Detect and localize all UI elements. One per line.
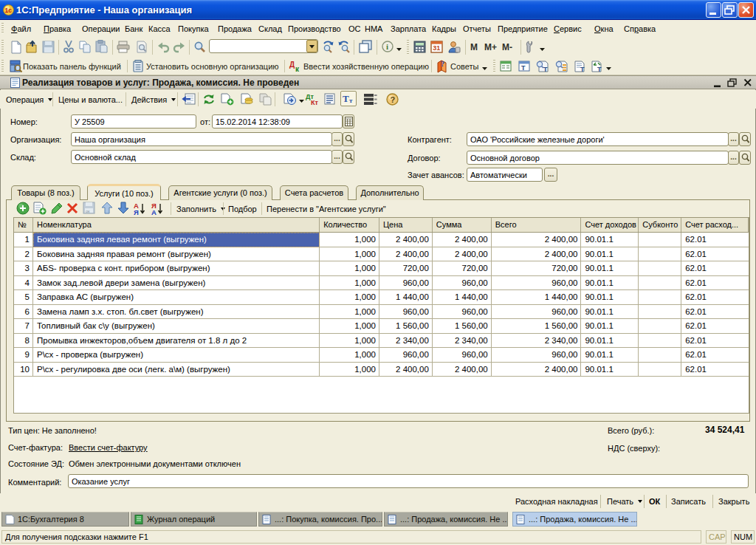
svg-text:1с: 1с [5,7,13,14]
svg-text:А: А [151,208,157,216]
svg-text:Я: Я [134,208,139,216]
svg-text:Т: Т [597,66,602,73]
svg-text:Т: Т [543,66,548,73]
svg-text:ок: ок [86,209,90,213]
svg-text:i: i [386,42,388,51]
svg-text:Т: Т [580,66,585,73]
svg-text:Т: Т [343,93,349,104]
svg-text:?: ? [391,95,396,104]
svg-text:31: 31 [433,44,440,52]
svg-text:т: т [349,97,353,104]
svg-text:к: к [295,65,300,73]
svg-text:Т: Т [521,64,526,72]
svg-text:Кт: Кт [311,99,318,106]
svg-text:Д: Д [289,61,295,69]
svg-text:?: ? [441,60,444,68]
